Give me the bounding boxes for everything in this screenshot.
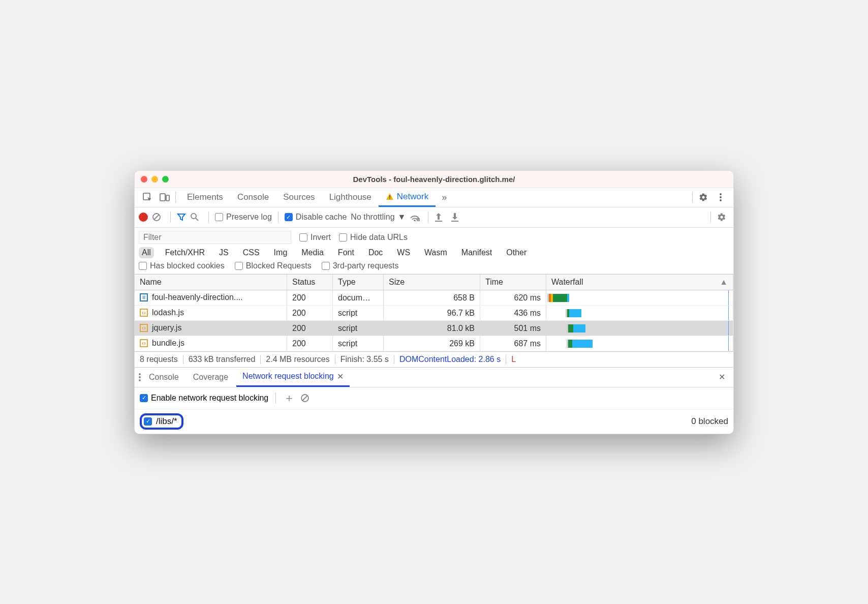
preserve-log-toggle[interactable]: Preserve log: [215, 213, 272, 222]
third-party-label: 3rd-party requests: [333, 261, 399, 270]
upload-har-icon[interactable]: [435, 213, 447, 222]
type-css[interactable]: CSS: [240, 247, 263, 258]
network-conditions-icon[interactable]: [410, 213, 422, 221]
divider: [692, 192, 693, 203]
request-size: 96.7 kB: [384, 306, 480, 320]
close-tab-icon[interactable]: ✕: [337, 372, 344, 381]
hide-data-urls-checkbox[interactable]: [339, 233, 347, 241]
hide-data-urls-toggle[interactable]: Hide data URLs: [339, 233, 408, 242]
blocked-requests-checkbox[interactable]: [235, 262, 243, 270]
request-waterfall: [546, 321, 733, 336]
col-size[interactable]: Size: [384, 275, 480, 290]
remove-all-patterns-button[interactable]: [300, 394, 313, 403]
throttling-select[interactable]: No throttling ▼: [351, 213, 406, 222]
hide-data-urls-label: Hide data URLs: [350, 233, 408, 242]
type-wasm[interactable]: Wasm: [421, 247, 450, 258]
sort-ascending-icon: ▲: [720, 278, 728, 287]
table-row[interactable]: ≡foul-heavenly-direction....200docum…658…: [135, 290, 733, 306]
has-blocked-cookies-toggle[interactable]: Has blocked cookies: [139, 261, 225, 270]
type-doc[interactable]: Doc: [365, 247, 386, 258]
js-file-icon: ‹›: [140, 309, 148, 317]
svg-line-9: [154, 215, 159, 220]
svg-point-16: [139, 373, 141, 375]
enable-blocking-checkbox[interactable]: ✓: [140, 394, 148, 402]
panel-tabs: Elements Console Sources Lighthouse Netw…: [180, 188, 436, 207]
download-har-icon[interactable]: [451, 213, 463, 222]
tab-elements[interactable]: Elements: [180, 188, 230, 207]
close-window-button[interactable]: [141, 176, 147, 183]
invert-checkbox[interactable]: [299, 233, 307, 241]
settings-icon[interactable]: [695, 188, 712, 207]
third-party-toggle[interactable]: 3rd-party requests: [322, 261, 399, 270]
type-fetchxhr[interactable]: Fetch/XHR: [162, 247, 208, 258]
devtools-window: DevTools - foul-heavenly-direction.glitc…: [134, 170, 734, 434]
has-blocked-cookies-checkbox[interactable]: [139, 262, 147, 270]
divider: [175, 192, 176, 203]
request-waterfall: [546, 306, 733, 320]
blocking-toolbar: ✓ Enable network request blocking ＋: [135, 387, 733, 409]
table-row[interactable]: ‹›bundle.js200script269 kB687 ms: [135, 336, 733, 351]
type-js[interactable]: JS: [216, 247, 232, 258]
table-row[interactable]: ‹›lodash.js200script96.7 kB436 ms: [135, 306, 733, 321]
doc-file-icon: ≡: [140, 293, 148, 301]
filter-input[interactable]: [139, 231, 291, 244]
minimize-window-button[interactable]: [151, 176, 158, 183]
filter-icon[interactable]: [177, 213, 186, 222]
type-font[interactable]: Font: [335, 247, 357, 258]
tab-lighthouse[interactable]: Lighthouse: [322, 188, 379, 207]
type-manifest[interactable]: Manifest: [458, 247, 495, 258]
type-all[interactable]: All: [139, 247, 154, 258]
blocked-requests-label: Blocked Requests: [246, 261, 312, 270]
more-tabs-button[interactable]: »: [436, 188, 453, 207]
request-waterfall: [546, 290, 733, 305]
network-settings-icon[interactable]: [717, 213, 729, 222]
request-type: docum…: [333, 290, 384, 305]
type-img[interactable]: Img: [271, 247, 291, 258]
divider: [428, 212, 428, 223]
close-drawer-icon[interactable]: ✕: [714, 372, 729, 382]
kebab-menu-icon[interactable]: [712, 188, 729, 207]
invert-toggle[interactable]: Invert: [299, 233, 331, 242]
pattern-checkbox[interactable]: ✓: [144, 417, 152, 426]
drawer-tab-coverage[interactable]: Coverage: [187, 368, 234, 387]
disable-cache-checkbox[interactable]: ✓: [285, 213, 293, 221]
blocked-requests-toggle[interactable]: Blocked Requests: [235, 261, 312, 270]
summary-finish: Finish: 3.55 s: [335, 355, 394, 364]
request-waterfall: [546, 336, 733, 351]
tab-console[interactable]: Console: [230, 188, 276, 207]
drawer-kebab-icon[interactable]: [139, 373, 141, 381]
request-name: lodash.js: [152, 308, 184, 317]
window-title: DevTools - foul-heavenly-direction.glitc…: [135, 175, 733, 184]
col-type[interactable]: Type: [333, 275, 384, 290]
record-button[interactable]: [139, 213, 148, 222]
disable-cache-label: Disable cache: [296, 213, 347, 222]
type-other[interactable]: Other: [503, 247, 530, 258]
traffic-lights: [141, 176, 169, 183]
table-row[interactable]: ‹›jquery.js200script81.0 kB501 ms: [135, 321, 733, 336]
tab-network[interactable]: Network: [379, 188, 436, 207]
js-file-icon: ‹›: [140, 324, 148, 332]
tab-sources[interactable]: Sources: [276, 188, 322, 207]
pattern-item[interactable]: ✓ /libs/*: [140, 413, 183, 430]
col-waterfall[interactable]: Waterfall ▲: [546, 275, 733, 290]
col-time[interactable]: Time: [480, 275, 546, 290]
preserve-log-checkbox[interactable]: [215, 213, 223, 221]
inspect-element-icon[interactable]: [139, 188, 156, 207]
summary-requests: 8 requests: [140, 355, 183, 364]
add-pattern-button[interactable]: ＋: [283, 390, 295, 406]
type-media[interactable]: Media: [298, 247, 327, 258]
type-ws[interactable]: WS: [394, 247, 413, 258]
disable-cache-toggle[interactable]: ✓ Disable cache: [285, 213, 347, 222]
third-party-checkbox[interactable]: [322, 262, 330, 270]
drawer-tab-network-request-blocking[interactable]: Network request blocking ✕: [236, 368, 350, 387]
enable-blocking-toggle[interactable]: ✓ Enable network request blocking: [140, 394, 268, 403]
col-status[interactable]: Status: [287, 275, 333, 290]
clear-button[interactable]: [152, 213, 164, 222]
drawer-tab-console[interactable]: Console: [143, 368, 185, 387]
maximize-window-button[interactable]: [162, 176, 169, 183]
search-icon[interactable]: [190, 213, 202, 222]
svg-line-11: [196, 218, 198, 221]
svg-rect-3: [389, 195, 390, 198]
col-name[interactable]: Name: [135, 275, 287, 290]
device-toolbar-icon[interactable]: [156, 188, 173, 207]
